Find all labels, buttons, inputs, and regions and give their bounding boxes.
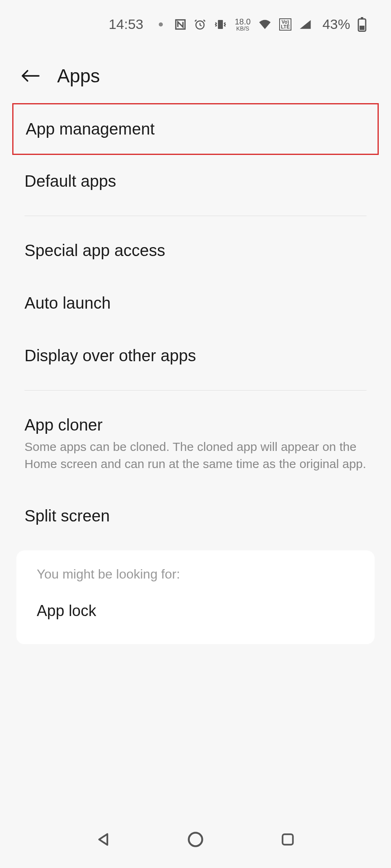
signal-icon (299, 19, 312, 30)
nav-back-button[interactable] (91, 827, 116, 852)
back-arrow-icon[interactable] (20, 68, 41, 84)
suggestion-app-lock[interactable]: App lock (37, 598, 354, 628)
divider (24, 216, 367, 216)
battery-percent: 43% (322, 16, 350, 32)
page-title: Apps (57, 65, 100, 87)
setting-subtitle: Some apps can be cloned. The cloned app … (24, 438, 367, 473)
status-bar: 14:53 18.0 KB/S Vo) LTE 43% (0, 0, 391, 40)
status-dot-icon (159, 22, 163, 27)
svg-rect-2 (218, 20, 223, 29)
app-header: Apps (0, 40, 391, 103)
suggestion-heading: You might be looking for: (37, 567, 354, 582)
setting-split-screen[interactable]: Split screen (0, 490, 391, 542)
setting-app-management[interactable]: App management (12, 103, 379, 155)
svg-rect-5 (360, 26, 364, 30)
setting-app-cloner[interactable]: App cloner Some apps can be cloned. The … (0, 399, 391, 490)
nav-recent-button[interactable] (275, 827, 300, 852)
svg-rect-7 (282, 834, 293, 844)
setting-title: Display over other apps (24, 347, 367, 365)
volte-icon: Vo) LTE (279, 18, 291, 31)
battery-icon (358, 17, 367, 32)
setting-title: Split screen (24, 507, 367, 525)
nfc-icon (174, 18, 187, 31)
setting-title: App management (26, 120, 365, 138)
data-rate-indicator: 18.0 KB/S (235, 18, 251, 31)
setting-special-app-access[interactable]: Special app access (0, 224, 391, 277)
alarm-icon (194, 18, 206, 31)
vibrate-icon (213, 18, 227, 31)
status-time: 14:53 (109, 16, 143, 32)
suggestion-card: You might be looking for: App lock (16, 550, 375, 644)
setting-title: Auto launch (24, 294, 367, 312)
navigation-bar (0, 811, 391, 868)
settings-list: App management Default apps Special app … (0, 103, 391, 644)
setting-title: Special app access (24, 241, 367, 260)
svg-point-6 (189, 833, 202, 846)
divider (24, 390, 367, 391)
setting-title: Default apps (24, 172, 367, 190)
setting-auto-launch[interactable]: Auto launch (0, 277, 391, 329)
nav-home-button[interactable] (183, 827, 208, 852)
setting-title: App cloner (24, 416, 367, 434)
wifi-icon (258, 19, 272, 30)
svg-rect-4 (361, 17, 363, 19)
setting-default-apps[interactable]: Default apps (0, 155, 391, 208)
setting-display-over-other-apps[interactable]: Display over other apps (0, 329, 391, 382)
